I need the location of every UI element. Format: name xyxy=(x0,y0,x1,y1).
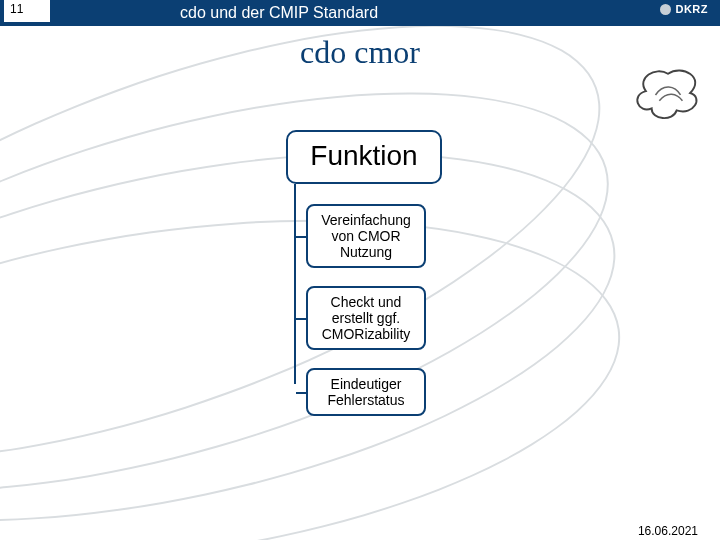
content-area: cdo cmor Funktion Vereinfachung von CMOR… xyxy=(0,34,720,540)
header-title: cdo und der CMIP Standard xyxy=(180,4,378,22)
slide-number: 11 xyxy=(4,0,50,22)
header-bar: 11 cdo und der CMIP Standard DKRZ xyxy=(0,0,720,26)
cloud-icon xyxy=(634,68,702,120)
logo-text: DKRZ xyxy=(675,3,708,15)
page-title: cdo cmor xyxy=(0,34,720,71)
logo: DKRZ xyxy=(660,3,708,15)
date-text: 16.06.2021 xyxy=(638,524,698,538)
diagram-branch: Vereinfachung von CMOR Nutzung Checkt un… xyxy=(306,204,464,416)
diagram-sub-node: Vereinfachung von CMOR Nutzung xyxy=(306,204,426,268)
diagram-sub-node: Eindeutiger Fehlerstatus xyxy=(306,368,426,416)
logo-icon xyxy=(660,4,671,15)
diagram-sub-node: Checkt und erstellt ggf. CMORizability xyxy=(306,286,426,350)
diagram: Funktion Vereinfachung von CMOR Nutzung … xyxy=(284,130,464,416)
diagram-main-node: Funktion xyxy=(286,130,442,184)
